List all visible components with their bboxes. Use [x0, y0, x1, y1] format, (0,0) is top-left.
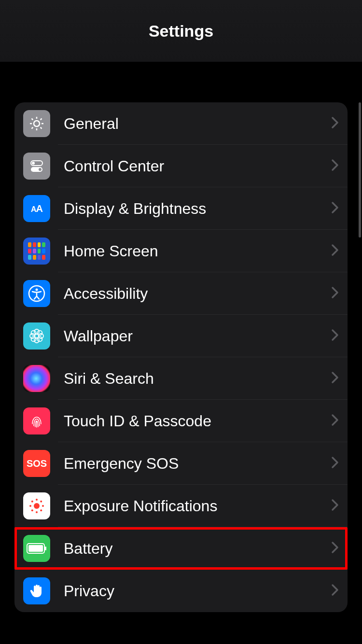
settings-row-home-screen[interactable]: Home Screen	[14, 230, 348, 272]
row-label: Wallpaper	[64, 327, 331, 345]
settings-row-siri-search[interactable]: Siri & Search	[14, 357, 348, 400]
svg-point-20	[42, 505, 44, 507]
svg-point-11	[39, 334, 43, 338]
chevron-right-icon	[331, 159, 339, 173]
svg-point-2	[32, 162, 35, 165]
svg-point-8	[34, 329, 39, 334]
svg-point-14	[37, 331, 42, 336]
content: GeneralControl CenterAADisplay & Brightn…	[0, 62, 362, 612]
row-label: Touch ID & Passcode	[64, 412, 331, 430]
settings-row-battery[interactable]: Battery	[14, 527, 348, 570]
chevron-right-icon	[331, 286, 339, 301]
chevron-right-icon	[331, 201, 339, 216]
text-size-icon: AA	[23, 195, 50, 222]
exposure-icon	[23, 492, 50, 519]
row-label: Battery	[64, 540, 331, 558]
page-title: Settings	[149, 22, 213, 41]
row-label: Emergency SOS	[64, 455, 331, 473]
svg-point-15	[31, 336, 36, 341]
svg-point-19	[29, 505, 31, 507]
chevron-right-icon	[331, 244, 339, 258]
row-label: General	[64, 115, 331, 133]
header: Settings	[0, 0, 362, 62]
svg-point-10	[30, 334, 35, 338]
hand-icon	[23, 577, 50, 604]
svg-point-17	[36, 499, 38, 501]
svg-point-16	[34, 503, 40, 509]
settings-row-control-center[interactable]: Control Center	[14, 145, 348, 187]
chevron-right-icon	[331, 371, 339, 386]
svg-point-12	[31, 331, 36, 336]
svg-rect-26	[28, 545, 43, 552]
row-label: Accessibility	[64, 285, 331, 303]
section-spacer	[14, 62, 348, 102]
settings-row-display-brightness[interactable]: AADisplay & Brightness	[14, 187, 348, 230]
scroll-indicator[interactable]	[359, 102, 361, 238]
svg-point-9	[34, 338, 39, 343]
chevron-right-icon	[331, 414, 339, 428]
svg-point-4	[39, 168, 42, 171]
settings-row-privacy[interactable]: Privacy	[14, 570, 348, 612]
svg-point-6	[36, 289, 38, 291]
settings-row-wallpaper[interactable]: Wallpaper	[14, 315, 348, 357]
row-label: Display & Brightness	[64, 200, 331, 218]
settings-row-emergency-sos[interactable]: SOSEmergency SOS	[14, 442, 348, 485]
svg-point-18	[36, 511, 38, 513]
svg-point-22	[40, 509, 42, 511]
chevron-right-icon	[331, 456, 339, 471]
chevron-right-icon	[331, 116, 339, 131]
fingerprint-icon	[23, 407, 50, 434]
sos-icon: SOS	[23, 450, 50, 477]
gear-icon	[23, 110, 50, 137]
battery-icon	[23, 535, 50, 562]
accessibility-icon	[23, 280, 50, 307]
settings-row-touchid-passcode[interactable]: Touch ID & Passcode	[14, 400, 348, 442]
row-label: Siri & Search	[64, 370, 331, 388]
svg-point-23	[40, 501, 42, 503]
flower-icon	[23, 322, 50, 350]
row-label: Exposure Notifications	[64, 497, 331, 515]
settings-row-general[interactable]: General	[14, 102, 348, 145]
row-label: Home Screen	[64, 242, 331, 260]
chevron-right-icon	[331, 329, 339, 343]
app-grid-icon	[23, 238, 50, 265]
svg-point-21	[31, 501, 33, 503]
chevron-right-icon	[331, 541, 339, 556]
svg-point-13	[37, 336, 42, 341]
settings-row-exposure-notifications[interactable]: Exposure Notifications	[14, 485, 348, 527]
row-label: Control Center	[64, 157, 331, 175]
row-label: Privacy	[64, 582, 331, 600]
settings-row-accessibility[interactable]: Accessibility	[14, 272, 348, 315]
chevron-right-icon	[331, 584, 339, 598]
svg-rect-27	[45, 546, 46, 550]
siri-icon	[23, 365, 50, 392]
svg-point-0	[34, 121, 40, 126]
settings-section: GeneralControl CenterAADisplay & Brightn…	[14, 102, 348, 612]
chevron-right-icon	[331, 499, 339, 513]
toggles-icon	[23, 153, 50, 180]
svg-point-24	[31, 509, 33, 511]
